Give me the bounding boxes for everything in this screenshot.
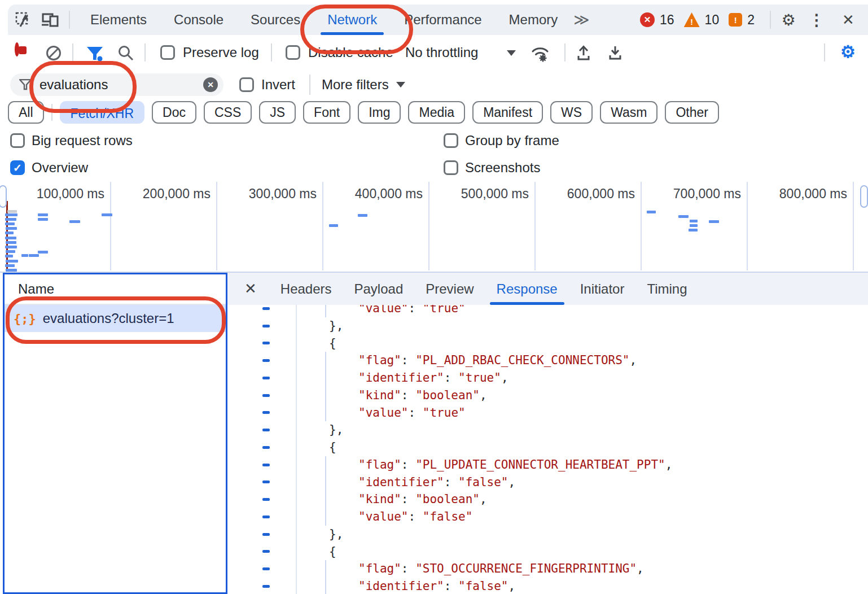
json-punct-token: : [401,353,415,367]
fold-marker-icon[interactable] [262,516,270,518]
checkbox[interactable] [10,133,25,148]
search-icon[interactable] [117,45,134,62]
filter-query-text[interactable]: evaluations [40,77,108,93]
detail-tab-preview[interactable]: Preview [414,273,485,305]
timeline-bar [69,220,80,223]
tab-elements[interactable]: Elements [77,5,160,35]
detail-tab-response[interactable]: Response [485,273,569,305]
fold-marker-icon[interactable] [262,446,270,449]
checkbox[interactable] [444,160,458,175]
code-line: }, [297,317,868,335]
timeline-bar [29,254,39,257]
option-big-request-rows[interactable]: Big request rows [10,133,133,148]
fold-marker-icon[interactable] [262,342,270,344]
detail-tab-timing[interactable]: Timing [635,273,698,305]
detail-tab-payload[interactable]: Payload [343,273,415,305]
fold-marker-icon[interactable] [262,429,270,431]
throttling-select[interactable]: No throttling [405,35,478,70]
type-filter-manifest[interactable]: Manifest [472,101,543,124]
type-filter-wasm[interactable]: Wasm [600,101,657,124]
fold-marker-icon[interactable] [262,550,270,553]
type-filter-media[interactable]: Media [408,101,465,124]
tab-console[interactable]: Console [160,5,237,35]
fold-marker-icon[interactable] [262,533,270,536]
code-line: { [297,543,868,561]
fold-marker-icon[interactable] [262,585,270,588]
import-har-icon[interactable] [576,44,591,61]
preserve-log-checkbox[interactable] [160,45,175,60]
json-punct-token: , [665,458,673,471]
type-filter-font[interactable]: Font [303,101,350,124]
request-row[interactable]: {;}evaluations?cluster=1 [5,305,226,332]
json-string-token: "true" [423,406,466,420]
fold-marker-icon[interactable] [262,464,270,466]
type-filter-doc[interactable]: Doc [152,101,196,124]
type-filter-fetch-xhr[interactable]: Fetch/XHR [60,101,144,124]
fold-marker-icon[interactable] [262,325,270,327]
detail-tab-headers[interactable]: Headers [269,273,343,305]
network-settings-gear-icon[interactable]: ⚙ [840,42,856,62]
gutter-cell [227,421,296,439]
fold-marker-icon[interactable] [262,307,270,310]
type-filter-js[interactable]: JS [259,101,296,124]
clear-filter-icon[interactable]: ✕ [203,77,218,92]
json-string-token: "identifier" [358,475,444,489]
throttling-caret-icon[interactable] [507,50,516,56]
option-group-by-frame[interactable]: Group by frame [444,133,559,148]
issue-badge-icon[interactable]: ! [729,13,742,27]
type-filter-other[interactable]: Other [665,101,719,124]
device-toolbar-icon [41,11,59,29]
fold-marker-icon[interactable] [262,567,270,570]
type-filter-img[interactable]: Img [358,101,401,124]
more-options-icon[interactable]: ⋮ [807,5,826,35]
tab-sources[interactable]: Sources [237,5,314,35]
detail-tab-initiator[interactable]: Initiator [569,273,636,305]
timeline-bar [329,224,338,227]
preserve-log-label[interactable]: Preserve log [183,35,259,70]
json-punct-token: , [629,353,637,367]
json-punct-token: : [401,458,415,471]
type-filter-ws[interactable]: WS [550,101,593,124]
more-tabs-icon[interactable]: ≫ [573,11,588,29]
option-overview[interactable]: ✓Overview [10,160,88,176]
type-filter-css[interactable]: CSS [204,101,252,124]
fold-marker-icon[interactable] [262,481,270,483]
close-devtools-icon[interactable]: ✕ [839,5,858,35]
more-filters-dropdown[interactable]: More filters [322,70,405,99]
warning-badge-icon[interactable]: ! [684,12,700,27]
record-network-log-button[interactable] [15,42,19,56]
type-filter-all[interactable]: All [8,101,44,124]
disable-cache-checkbox[interactable] [286,45,300,60]
network-overview-timeline[interactable]: 100,000 ms200,000 ms300,000 ms400,000 ms… [0,181,868,273]
tab-performance[interactable]: Performance [391,5,495,35]
checkbox[interactable]: ✓ [10,160,25,175]
close-detail-icon[interactable]: ✕ [244,280,257,298]
filter-icon-active[interactable] [86,46,104,62]
fold-marker-icon[interactable] [262,394,270,397]
json-punct-token: : [409,510,423,523]
code-line: { [297,335,868,352]
invert-checkbox[interactable] [239,77,254,92]
timeline-bar [647,211,656,213]
fold-marker-icon[interactable] [262,498,270,501]
column-header-name[interactable]: Name [5,274,226,305]
export-har-icon[interactable] [607,44,623,61]
option-screenshots[interactable]: Screenshots [444,160,540,176]
error-badge-icon[interactable]: ✕ [640,12,655,27]
tab-network[interactable]: Network [314,5,391,35]
filter-input[interactable]: evaluations ✕ [10,73,223,96]
disable-cache-label[interactable]: Disable cache [308,35,393,70]
device-toolbar-button[interactable] [41,10,60,29]
checkbox[interactable] [444,133,458,148]
fold-marker-icon[interactable] [262,411,270,414]
fold-marker-icon[interactable] [262,359,270,362]
tab-memory[interactable]: Memory [496,5,572,35]
overview-right-handle[interactable] [860,185,868,208]
invert-option[interactable]: Invert [239,70,295,99]
settings-gear-icon[interactable]: ⚙ [779,5,798,35]
clear-network-log-icon[interactable] [45,45,62,62]
more-filters-label: More filters [322,70,389,99]
inspect-element-button[interactable] [14,10,33,29]
fold-marker-icon[interactable] [262,377,270,379]
network-conditions-icon[interactable] [531,44,550,62]
